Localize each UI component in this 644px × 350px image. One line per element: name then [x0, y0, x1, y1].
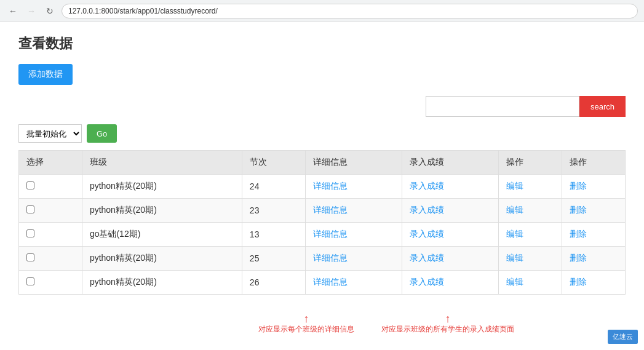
address-bar[interactable] [62, 4, 638, 18]
row-checkbox[interactable] [26, 205, 34, 213]
detail-link[interactable]: 详细信息 [313, 229, 348, 239]
enter-score-link[interactable]: 录入成绩 [410, 181, 444, 191]
col-edit: 操作 [499, 151, 562, 175]
table-header: 选择 班级 节次 详细信息 录入成绩 操作 操作 [19, 151, 626, 175]
search-bar: search [18, 96, 626, 117]
cell-lesson: 26 [242, 271, 305, 295]
annotation-score-arrow: ↑ [445, 313, 451, 324]
col-lesson: 节次 [242, 151, 305, 175]
enter-score-link[interactable]: 录入成绩 [410, 205, 444, 215]
go-button[interactable]: Go [87, 124, 117, 143]
add-data-button[interactable]: 添加数据 [18, 64, 73, 85]
annotation-detail-text: 对应显示每个班级的详细信息 [258, 324, 354, 335]
add-button-container: 添加数据 [18, 64, 626, 96]
detail-link[interactable]: 详细信息 [313, 253, 348, 263]
edit-link[interactable]: 编辑 [506, 277, 523, 287]
detail-link[interactable]: 详细信息 [313, 205, 348, 215]
annotation-detail: ↑ 对应显示每个班级的详细信息 [258, 313, 354, 335]
delete-link[interactable]: 删除 [570, 181, 587, 191]
detail-link[interactable]: 详细信息 [313, 277, 348, 287]
annotation-area: ↑ 对应显示每个班级的详细信息 ↑ 对应显示班级的所有学生的录入成绩页面 [18, 313, 626, 350]
table-row: python精英(20期)23详细信息录入成绩编辑删除 [19, 199, 626, 223]
cell-class-name: go基础(12期) [82, 223, 242, 247]
edit-link[interactable]: 编辑 [506, 253, 523, 263]
enter-score-link[interactable]: 录入成绩 [410, 229, 444, 239]
browser-bar: ← → ↻ [0, 0, 644, 22]
bulk-action-bar: 批量初始化 Go [18, 124, 626, 143]
cell-lesson: 13 [242, 223, 305, 247]
search-input[interactable] [426, 96, 579, 117]
table-row: python精英(20期)24详细信息录入成绩编辑删除 [19, 175, 626, 199]
row-checkbox[interactable] [26, 229, 34, 237]
col-detail: 详细信息 [305, 151, 402, 175]
enter-score-link[interactable]: 录入成绩 [410, 277, 444, 287]
watermark: 亿速云 [608, 330, 638, 344]
cell-class-name: python精英(20期) [82, 175, 242, 199]
reload-button[interactable]: ↻ [43, 4, 57, 18]
forward-button[interactable]: → [25, 4, 38, 18]
cell-lesson: 23 [242, 199, 305, 223]
page-container: 查看数据 添加数据 search 批量初始化 Go 选择 班级 节次 详细信息 … [0, 22, 644, 350]
search-button[interactable]: search [579, 96, 626, 117]
delete-link[interactable]: 删除 [570, 253, 587, 263]
detail-link[interactable]: 详细信息 [313, 181, 348, 191]
delete-link[interactable]: 删除 [570, 277, 587, 287]
cell-class-name: python精英(20期) [82, 247, 242, 271]
col-delete: 操作 [562, 151, 626, 175]
edit-link[interactable]: 编辑 [506, 181, 523, 191]
row-checkbox[interactable] [26, 253, 34, 261]
cell-class-name: python精英(20期) [82, 199, 242, 223]
bulk-action-select[interactable]: 批量初始化 [18, 124, 82, 143]
cell-lesson: 25 [242, 247, 305, 271]
col-class: 班级 [82, 151, 242, 175]
delete-link[interactable]: 删除 [570, 205, 587, 215]
annotation-score: ↑ 对应显示班级的所有学生的录入成绩页面 [381, 313, 514, 335]
table-body: python精英(20期)24详细信息录入成绩编辑删除python精英(20期)… [19, 175, 626, 295]
cell-class-name: python精英(20期) [82, 271, 242, 295]
row-checkbox[interactable] [26, 277, 34, 285]
col-select: 选择 [19, 151, 82, 175]
annotation-detail-arrow: ↑ [304, 313, 309, 324]
annotation-score-text: 对应显示班级的所有学生的录入成绩页面 [381, 324, 514, 335]
data-table: 选择 班级 节次 详细信息 录入成绩 操作 操作 python精英(20期)24… [18, 150, 626, 295]
col-score: 录入成绩 [402, 151, 498, 175]
table-row: python精英(20期)26详细信息录入成绩编辑删除 [19, 271, 626, 295]
cell-lesson: 24 [242, 175, 305, 199]
back-button[interactable]: ← [6, 4, 20, 18]
enter-score-link[interactable]: 录入成绩 [410, 253, 444, 263]
table-row: go基础(12期)13详细信息录入成绩编辑删除 [19, 223, 626, 247]
delete-link[interactable]: 删除 [570, 229, 587, 239]
row-checkbox[interactable] [26, 181, 34, 189]
edit-link[interactable]: 编辑 [506, 229, 523, 239]
table-row: python精英(20期)25详细信息录入成绩编辑删除 [19, 247, 626, 271]
page-title: 查看数据 [18, 34, 626, 53]
edit-link[interactable]: 编辑 [506, 205, 523, 215]
